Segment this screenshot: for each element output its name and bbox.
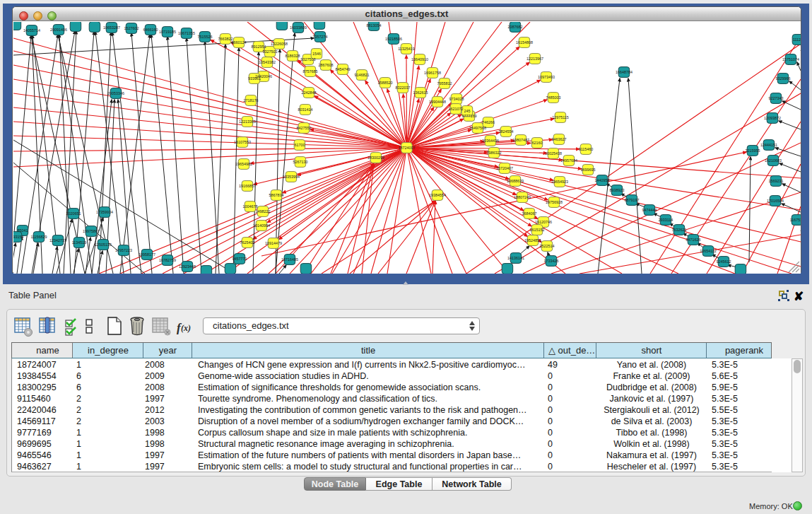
svg-text:2242848: 2242848 [302, 90, 317, 95]
svg-text:13716485: 13716485 [281, 257, 298, 262]
svg-text:16033809: 16033809 [290, 25, 307, 30]
svg-text:12213967: 12213967 [526, 57, 543, 61]
svg-text:11124: 11124 [793, 37, 801, 42]
svg-text:16648784: 16648784 [616, 70, 632, 74]
svg-text:933961: 933961 [248, 76, 261, 81]
svg-text:8186328: 8186328 [286, 54, 300, 58]
svg-text:1167534: 1167534 [790, 218, 801, 222]
svg-text:16497568: 16497568 [469, 126, 486, 130]
svg-text:15720407: 15720407 [496, 166, 513, 170]
svg-text:12505135: 12505135 [95, 243, 112, 247]
svg-text:61700: 61700 [295, 143, 305, 147]
svg-text:19166857: 19166857 [239, 184, 256, 188]
svg-text:17359934: 17359934 [96, 210, 113, 214]
svg-text:10653287: 10653287 [103, 25, 120, 30]
svg-text:2020651: 2020651 [66, 211, 81, 216]
svg-text:1546: 1546 [312, 52, 321, 56]
svg-text:19904448: 19904448 [429, 100, 446, 104]
svg-text:9327503: 9327503 [301, 57, 316, 62]
svg-text:8938923: 8938923 [610, 188, 625, 192]
svg-text:9227343: 9227343 [769, 96, 784, 100]
svg-text:19654923: 19654923 [551, 180, 568, 184]
svg-text:13640910: 13640910 [411, 57, 428, 62]
svg-text:3684067: 3684067 [522, 211, 537, 216]
svg-text:62160: 62160 [532, 141, 543, 145]
svg-text:7485003: 7485003 [546, 95, 561, 100]
svg-text:20091406: 20091406 [50, 28, 67, 32]
svg-text:10688639: 10688639 [507, 179, 524, 183]
svg-text:16107553: 16107553 [234, 140, 251, 144]
svg-text:20053346: 20053346 [107, 91, 124, 95]
svg-text:9699695: 9699695 [581, 168, 596, 172]
svg-text:5267130: 5267130 [293, 160, 308, 164]
svg-text:19384554: 19384554 [429, 193, 446, 197]
svg-text:12213369: 12213369 [239, 119, 256, 124]
svg-text:19524851: 19524851 [524, 238, 541, 243]
svg-text:9245612: 9245612 [717, 259, 731, 264]
svg-text:9734028: 9734028 [449, 97, 464, 101]
svg-text:17957223: 17957223 [115, 248, 132, 252]
svg-text:3824554: 3824554 [499, 129, 514, 134]
svg-text:19654982: 19654982 [235, 162, 252, 166]
svg-text:19975867: 19975867 [83, 229, 100, 233]
svg-text:1615152: 1615152 [530, 228, 545, 232]
svg-text:14136141: 14136141 [507, 256, 524, 260]
svg-text:1569231: 1569231 [769, 179, 784, 183]
svg-text:10958177: 10958177 [139, 252, 155, 257]
svg-text:7632621: 7632621 [672, 228, 687, 232]
svg-text:7955812: 7955812 [437, 81, 452, 86]
svg-text:1588520: 1588520 [378, 81, 393, 85]
svg-text:8660124: 8660124 [232, 40, 247, 45]
svg-text:8322037: 8322037 [396, 86, 411, 90]
svg-text:8912954: 8912954 [252, 45, 266, 49]
svg-text:746266: 746266 [482, 120, 495, 124]
svg-text:8454749: 8454749 [336, 67, 351, 71]
svg-text:1440954: 1440954 [595, 178, 610, 182]
svg-text:11156829: 11156829 [30, 235, 47, 239]
svg-text:7986322: 7986322 [487, 151, 502, 155]
svg-text:9115460: 9115460 [579, 147, 594, 151]
svg-text:11325419: 11325419 [398, 47, 415, 51]
svg-text:16210683: 16210683 [765, 158, 782, 163]
svg-text:1498222: 1498222 [256, 209, 271, 214]
svg-text:9457771: 9457771 [233, 257, 247, 261]
svg-text:16961758: 16961758 [424, 71, 441, 75]
svg-text:10654112: 10654112 [700, 249, 717, 253]
svg-text:6879197: 6879197 [625, 198, 640, 202]
svg-text:1134519: 1134519 [72, 240, 87, 245]
svg-text:12093872: 12093872 [764, 116, 781, 120]
svg-text:12923448: 12923448 [179, 264, 196, 269]
svg-text:8471626: 8471626 [686, 238, 701, 242]
svg-text:7515526: 7515526 [198, 35, 213, 39]
svg-text:1393154: 1393154 [13, 235, 24, 239]
svg-text:9463627: 9463627 [552, 137, 567, 141]
svg-text:10671355: 10671355 [178, 31, 195, 35]
svg-text:2522514: 2522514 [540, 244, 555, 248]
svg-text:6466160: 6466160 [143, 28, 158, 32]
svg-text:10973493: 10973493 [538, 75, 555, 79]
svg-text:7663822: 7663822 [218, 37, 233, 41]
svg-text:1527602: 1527602 [124, 26, 139, 30]
svg-text:12975115: 12975115 [552, 115, 569, 119]
svg-text:14957684: 14957684 [560, 158, 577, 163]
svg-text:1733426: 1733426 [544, 259, 559, 263]
svg-text:10719185: 10719185 [159, 30, 176, 34]
svg-text:15751074: 15751074 [782, 57, 799, 62]
svg-text:9474444: 9474444 [642, 208, 657, 212]
svg-text:19218506: 19218506 [385, 37, 402, 41]
svg-text:16782759: 16782759 [159, 258, 176, 262]
svg-text:10807487: 10807487 [512, 138, 529, 142]
svg-text:19756928: 19756928 [546, 200, 563, 204]
svg-text:245: 245 [464, 109, 471, 113]
svg-text:9146821: 9146821 [355, 73, 370, 77]
svg-text:10140994: 10140994 [253, 223, 270, 228]
svg-text:2718176: 2718176 [244, 98, 259, 103]
svg-text:8813054: 8813054 [367, 23, 382, 28]
svg-text:14055714: 14055714 [23, 28, 40, 33]
svg-text:18724007: 18724007 [399, 146, 416, 150]
svg-text:2867608: 2867608 [319, 63, 334, 67]
svg-text:9329966: 9329966 [776, 76, 791, 81]
svg-text:7625402: 7625402 [240, 240, 255, 245]
svg-text:13226058: 13226058 [271, 42, 288, 46]
svg-text:18300295: 18300295 [367, 156, 384, 160]
